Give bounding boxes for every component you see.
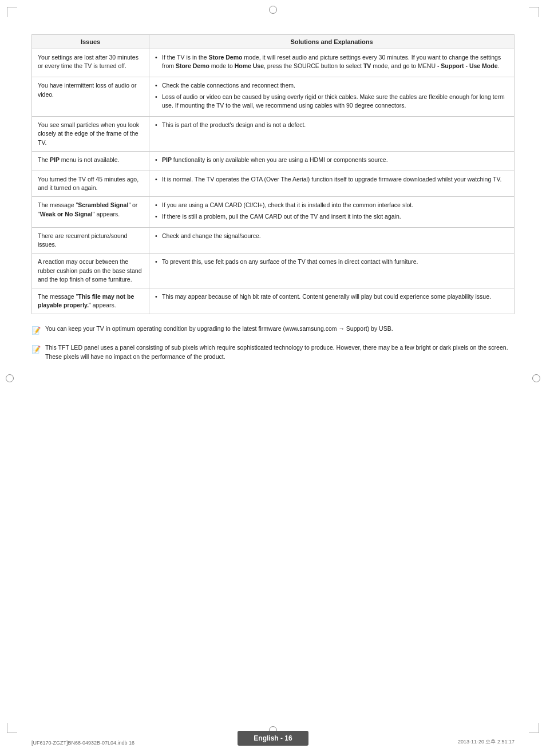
table-row-solution-0: If the TV is in the Store Demo mode, it … <box>149 49 515 77</box>
note-paragraph-1: 📝This TFT LED panel uses a panel consist… <box>31 343 515 362</box>
note-paragraph-0: 📝You can keep your TV in optimum operati… <box>31 324 515 337</box>
table-row-solution-6: Check and change the signal/source. <box>149 227 515 253</box>
table-row-solution-3: PIP functionality is only available when… <box>149 151 515 171</box>
solution-item: PIP functionality is only available when… <box>155 156 508 164</box>
table-row-issue-1: You have intermittent loss of audio or v… <box>32 77 149 117</box>
corner-mark-tl <box>7 7 17 17</box>
col-header-solutions: Solutions and Explanations <box>149 35 515 49</box>
solution-item: If there is still a problem, pull the CA… <box>155 212 508 221</box>
solution-item: Loss of audio or video can be caused by … <box>155 93 508 110</box>
table-row-solution-4: It is normal. The TV operates the OTA (O… <box>149 171 515 196</box>
issues-table: Issues Solutions and Explanations Your s… <box>31 34 515 314</box>
footer-right-text: 2013-11-20 오후 2:51:17 <box>458 738 515 746</box>
table-row-solution-1: Check the cable connections and reconnec… <box>149 77 515 117</box>
solution-item: It is normal. The TV operates the OTA (O… <box>155 175 508 184</box>
table-row-issue-0: Your settings are lost after 30 minutes … <box>32 49 149 77</box>
solution-item: If you are using a CAM CARD (CI/CI+), ch… <box>155 201 508 209</box>
table-row-issue-3: The PIP menu is not available. <box>32 151 149 171</box>
table-row-issue-6: There are recurrent picture/sound issues… <box>32 227 149 253</box>
table-row-issue-8: The message "This file may not be playab… <box>32 288 149 314</box>
note-icon-0: 📝 <box>31 325 41 337</box>
circle-mark-right <box>532 374 540 382</box>
note-icon-1: 📝 <box>31 344 41 355</box>
circle-mark-left <box>6 374 14 382</box>
table-row-solution-8: This may appear because of high bit rate… <box>149 288 515 314</box>
solution-item: If the TV is in the Store Demo mode, it … <box>155 53 508 70</box>
solution-item: This may appear because of high bit rate… <box>155 292 508 301</box>
table-row-solution-7: To prevent this, use felt pads on any su… <box>149 254 515 288</box>
solution-item: To prevent this, use felt pads on any su… <box>155 258 508 266</box>
notes-container: 📝You can keep your TV in optimum operati… <box>31 324 515 361</box>
page-number-box: English - 16 <box>238 731 308 746</box>
table-row-issue-7: A reaction may occur between the rubber … <box>32 254 149 288</box>
solution-item: Check the cable connections and reconnec… <box>155 81 508 90</box>
circle-mark-top <box>269 6 277 14</box>
table-row-solution-2: This is part of the product's design and… <box>149 117 515 152</box>
note-text-0: You can keep your TV in optimum operatin… <box>45 324 515 334</box>
footer-left-text: [UF6170-ZGZT]BN68-04932B-07L04.indb 16 <box>31 740 134 746</box>
table-row-issue-2: You see small particles when you look cl… <box>32 117 149 152</box>
page-container: Issues Solutions and Explanations Your s… <box>0 0 546 756</box>
note-text-1: This TFT LED panel uses a panel consisti… <box>45 343 515 362</box>
table-row-issue-4: You turned the TV off 45 minutes ago, an… <box>32 171 149 196</box>
col-header-issues: Issues <box>32 35 149 49</box>
solution-item: Check and change the signal/source. <box>155 232 508 240</box>
corner-mark-tr <box>529 7 539 17</box>
solution-item: This is part of the product's design and… <box>155 121 508 129</box>
table-row-issue-5: The message "Scrambled Signal" or "Weak … <box>32 197 149 227</box>
table-row-solution-5: If you are using a CAM CARD (CI/CI+), ch… <box>149 197 515 227</box>
main-content: Issues Solutions and Explanations Your s… <box>31 34 515 361</box>
